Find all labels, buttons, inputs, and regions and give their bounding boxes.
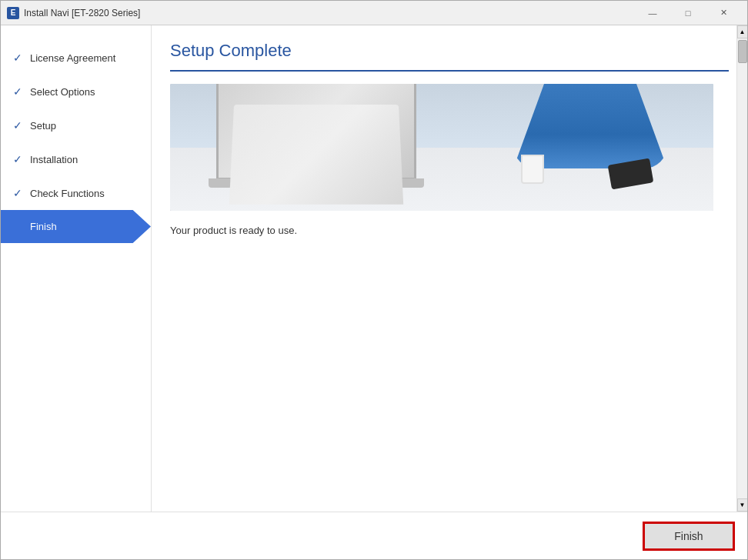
sidebar-item-license-agreement[interactable]: ✓ License Agreement [1,41,151,75]
minimize-button[interactable]: — [635,1,670,25]
maximize-button[interactable]: □ [670,1,706,25]
title-divider [170,70,729,72]
sidebar-label-check-functions: Check Functions [30,188,105,199]
scrollbar-up-arrow[interactable]: ▲ [737,25,748,38]
sidebar-label-finish: Finish [30,221,57,232]
finish-button[interactable]: Finish [643,522,735,551]
check-icon-installation: ✓ [13,153,25,165]
check-icon-select-options: ✓ [13,85,25,98]
sidebar-item-installation[interactable]: ✓ Installation [1,142,151,176]
sidebar-label-select-options: Select Options [30,86,95,98]
hero-image [170,84,713,211]
page-title: Setup Complete [170,41,729,61]
check-icon-setup: ✓ [13,119,25,132]
scrollbar-track: ▲ ▼ [736,25,747,512]
ready-text: Your product is ready to use. [170,225,729,236]
sidebar-item-check-functions[interactable]: ✓ Check Functions [1,176,151,210]
check-icon-license: ✓ [13,52,25,64]
sidebar-label-setup: Setup [30,120,56,132]
scrollbar-down-arrow[interactable]: ▼ [737,498,748,512]
hero-scene [170,84,713,211]
title-bar-text: Install Navi [ET-2820 Series] [24,8,635,18]
check-icon-check-functions: ✓ [13,187,25,199]
window-controls: — □ ✕ [635,1,741,25]
sidebar-item-select-options[interactable]: ✓ Select Options [1,75,151,108]
content-area: Setup Complete Your product is ready to … [152,25,747,512]
main-window: E Install Navi [ET-2820 Series] — □ ✕ ✓ … [0,0,748,560]
scrollbar-thumb[interactable] [738,40,747,63]
hero-coffee-cup [521,155,544,184]
sidebar-item-finish[interactable]: Finish [1,210,151,243]
sidebar-label-installation: Installation [30,154,78,165]
sidebar-item-setup[interactable]: ✓ Setup [1,108,151,142]
hero-laptop-base [209,178,424,188]
app-icon: E [7,7,19,19]
bottom-bar: Finish [1,512,747,559]
hero-laptop-screen [216,84,416,180]
title-bar: E Install Navi [ET-2820 Series] — □ ✕ [1,1,747,25]
close-button[interactable]: ✕ [706,1,741,25]
main-content: ✓ License Agreement ✓ Select Options ✓ S… [1,25,747,512]
sidebar: ✓ License Agreement ✓ Select Options ✓ S… [1,25,152,512]
sidebar-label-license: License Agreement [30,52,115,64]
